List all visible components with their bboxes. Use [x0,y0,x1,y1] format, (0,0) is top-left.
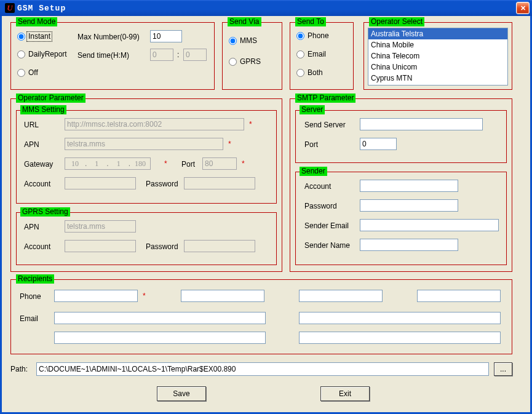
label-mms-port: Port [181,160,195,169]
group-operator-select: Operator Select Australia Telstra China … [363,22,512,90]
radio-instant-label: Instant [26,31,52,42]
label-sender-email: Sender Email [304,221,349,230]
group-gprs-setting: GPRS Setting APN Account Password [16,212,277,265]
time-colon: : [177,50,179,59]
label-sender-name: Sender Name [304,241,350,250]
label-sender-account: Account [304,182,331,191]
input-phone-3[interactable] [299,290,383,302]
input-gprs-apn [65,220,136,233]
client-area: Send Mode Instant Max Number(0-99) Daily… [0,16,532,414]
asterisk-icon: * [239,159,247,168]
radio-gprs-label: GPRS [240,57,261,66]
label-max-number: Max Number(0-99) [77,33,140,41]
legend-send-to: Send To [295,17,326,26]
input-smtp-port[interactable] [360,138,397,150]
legend-smtp: SMTP Parameter [295,94,355,103]
close-icon[interactable]: ✕ [516,2,530,14]
browse-button[interactable]: ... [494,362,512,376]
app-icon: U [5,3,15,13]
radio-both-label: Both [308,68,323,77]
list-item[interactable]: China Mobile [368,39,507,50]
radio-mms-label: MMS [240,36,257,45]
label-gprs-account: Account [24,242,50,251]
label-mms-password: Password [146,180,178,188]
save-button[interactable]: Save [157,386,206,401]
input-phone-1[interactable] [54,290,138,302]
input-email-3[interactable] [54,332,266,344]
list-item[interactable]: China Telecom [368,50,507,62]
exit-button[interactable]: Exit [320,386,370,401]
input-max-number[interactable] [150,30,182,42]
input-email-2[interactable] [299,312,501,324]
radio-email-label: Email [308,50,326,58]
radio-phone[interactable]: Phone [296,31,329,40]
input-mms-port [202,157,237,170]
legend-smtp-sender: Sender [300,167,327,176]
list-item[interactable]: Australia Telstra [368,28,507,39]
label-mms-url: URL [24,121,39,129]
label-path: Path: [10,365,28,373]
group-smtp-server: Server Send Server Port [295,110,507,163]
input-mms-password [184,177,255,189]
input-send-server[interactable] [360,118,483,130]
input-phone-2[interactable] [181,290,264,302]
input-mms-url [65,118,244,130]
label-send-server: Send Server [304,121,346,129]
input-email-4[interactable] [299,332,501,344]
list-item[interactable]: Finland Sonera [368,84,507,86]
asterisk-icon: * [140,292,148,300]
group-send-mode: Send Mode Instant Max Number(0-99) Daily… [10,22,215,90]
label-mms-apn: APN [24,140,39,149]
radio-both[interactable]: Both [296,68,323,77]
asterisk-icon: * [162,159,170,168]
asterisk-icon: * [247,120,255,129]
legend-gprs: GPRS Setting [20,207,70,217]
input-path[interactable] [36,362,489,376]
radio-off-label: Off [28,68,38,77]
group-smtp-parameter: SMTP Parameter Server Send Server Port S… [290,98,512,272]
label-mms-gateway: Gateway [24,160,53,169]
label-gprs-apn: APN [24,223,39,231]
input-gprs-account [65,240,136,252]
legend-smtp-server: Server [300,105,325,114]
radio-phone-label: Phone [308,31,329,40]
legend-send-mode: Send Mode [16,17,57,26]
group-smtp-sender: Sender Account Password Sender Email Sen… [295,172,507,265]
label-mms-account: Account [24,180,50,188]
label-smtp-port: Port [304,140,318,149]
radio-daily-label: DailyReport [28,50,67,58]
input-sender-email[interactable] [360,219,499,231]
input-sender-password[interactable] [360,199,458,212]
input-send-hour [150,49,173,61]
input-sender-name[interactable] [360,239,458,251]
legend-operator-parameter: Operator Parameter [16,94,85,103]
group-send-via: Send Via MMS GPRS [222,22,282,90]
label-recipient-phone: Phone [20,292,41,301]
label-recipient-email: Email [20,314,38,323]
radio-email[interactable]: Email [296,50,326,58]
asterisk-icon: * [226,140,234,148]
radio-daily-report[interactable]: DailyReport [17,50,67,58]
window-title: GSM Setup [17,4,66,13]
input-mms-apn [65,138,223,150]
legend-mms: MMS Setting [20,105,66,114]
input-sender-account[interactable] [360,180,458,192]
input-email-1[interactable] [54,312,266,324]
legend-recipients: Recipients [16,274,54,284]
listbox-operators[interactable]: Australia Telstra China Mobile China Tel… [368,28,508,86]
titlebar: U GSM Setup ✕ [0,0,532,16]
input-gprs-password [184,240,255,252]
group-operator-parameter: Operator Parameter MMS Setting URL * APN… [10,98,282,272]
radio-instant[interactable]: Instant [17,31,52,42]
radio-gprs[interactable]: GPRS [229,57,261,66]
input-phone-4[interactable] [417,290,501,302]
label-sender-password: Password [304,202,337,210]
radio-off[interactable]: Off [17,68,38,77]
input-mms-account [65,177,136,189]
radio-mms[interactable]: MMS [229,36,257,45]
legend-send-via: Send Via [228,17,261,26]
group-recipients: Recipients Phone * Email [10,279,512,354]
list-item[interactable]: Cyprus MTN [368,73,507,84]
input-mms-gateway: . . . [65,157,151,170]
list-item[interactable]: China Unicom [368,62,507,73]
